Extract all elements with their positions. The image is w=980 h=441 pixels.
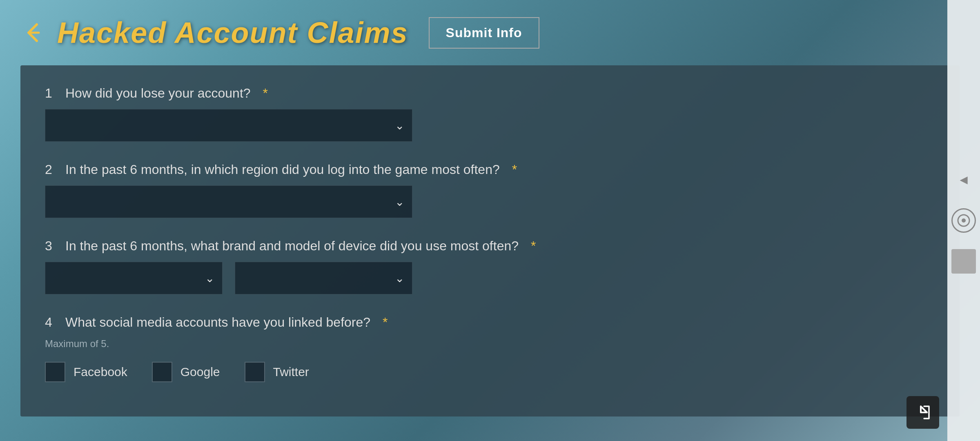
twitter-checkbox[interactable]: [245, 362, 265, 382]
question-1-text: How did you lose your account?: [65, 86, 251, 101]
twitter-checkbox-item[interactable]: Twitter: [245, 362, 309, 382]
question-3-label: 3 In the past 6 months, what brand and m…: [45, 238, 935, 254]
question-2-dropdown-wrapper: North America Europe Asia Southeast Asia…: [45, 185, 412, 218]
back-icon: [20, 20, 45, 45]
question-4: 4 What social media accounts have you li…: [45, 315, 935, 382]
question-4-required: *: [383, 315, 388, 330]
twitter-label: Twitter: [273, 365, 309, 379]
question-3-model-select[interactable]: Model 1 Model 2 Model 3: [235, 262, 412, 294]
question-2: 2 In the past 6 months, in which region …: [45, 162, 935, 218]
google-checkbox-item[interactable]: Google: [152, 362, 220, 382]
question-1: 1 How did you lose your account? * Accou…: [45, 86, 935, 142]
question-3-brand-wrapper: Samsung Apple Huawei Xiaomi Other ⌄: [45, 262, 223, 294]
question-4-text: What social media accounts have you link…: [65, 315, 370, 330]
submit-info-button[interactable]: Submit Info: [429, 17, 539, 49]
question-3-brand-select[interactable]: Samsung Apple Huawei Xiaomi Other: [45, 262, 223, 294]
form-container: 1 How did you lose your account? * Accou…: [20, 65, 960, 416]
back-arrow-icon: ◄: [957, 172, 970, 187]
right-sidebar: ◄: [947, 0, 980, 441]
question-4-label: 4 What social media accounts have you li…: [45, 315, 935, 330]
sidebar-circle-button[interactable]: [951, 208, 976, 233]
question-3-number: 3: [45, 238, 57, 254]
question-3-required: *: [531, 238, 536, 254]
question-4-number: 4: [45, 315, 57, 330]
question-1-required: *: [263, 86, 268, 101]
question-3: 3 In the past 6 months, what brand and m…: [45, 238, 935, 294]
facebook-label: Facebook: [74, 365, 127, 379]
question-2-select[interactable]: North America Europe Asia Southeast Asia…: [45, 185, 412, 218]
google-checkbox[interactable]: [152, 362, 172, 382]
sidebar-square-button[interactable]: [951, 249, 976, 274]
question-1-select[interactable]: Account was hacked Password stolen Phish…: [45, 109, 412, 142]
question-3-text: In the past 6 months, what brand and mod…: [65, 238, 519, 254]
question-2-number: 2: [45, 162, 57, 177]
question-1-dropdown-wrapper: Account was hacked Password stolen Phish…: [45, 109, 412, 142]
question-3-model-wrapper: Model 1 Model 2 Model 3 ⌄: [235, 262, 412, 294]
question-3-double-dropdown: Samsung Apple Huawei Xiaomi Other ⌄ Mode…: [45, 262, 412, 294]
question-2-text: In the past 6 months, in which region di…: [65, 162, 500, 177]
sidebar-back-button[interactable]: ◄: [951, 167, 976, 192]
question-2-required: *: [512, 162, 517, 177]
facebook-checkbox[interactable]: [45, 362, 65, 382]
question-1-number: 1: [45, 86, 57, 101]
svg-rect-3: [958, 256, 969, 267]
question-1-label: 1 How did you lose your account? *: [45, 86, 935, 101]
social-media-checkboxes: Facebook Google Twitter: [45, 362, 935, 382]
exit-button[interactable]: [906, 396, 939, 429]
google-label: Google: [180, 365, 220, 379]
question-4-subtitle: Maximum of 5.: [45, 338, 935, 350]
facebook-checkbox-item[interactable]: Facebook: [45, 362, 127, 382]
page-title: Hacked Account Claims: [57, 16, 408, 49]
svg-point-2: [962, 218, 966, 223]
page-header: Hacked Account Claims Submit Info: [0, 0, 980, 65]
question-2-label: 2 In the past 6 months, in which region …: [45, 162, 935, 177]
